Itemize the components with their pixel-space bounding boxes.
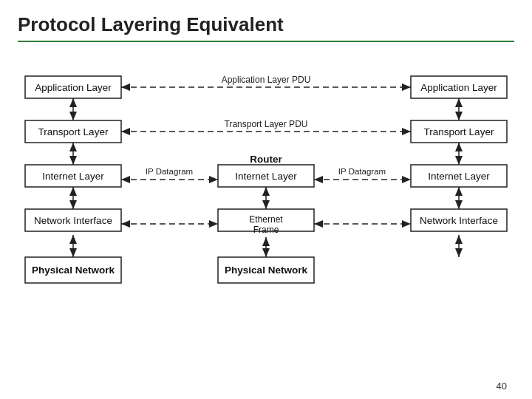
svg-marker-14 (455, 98, 463, 107)
svg-marker-6 (402, 83, 411, 91)
svg-marker-49 (262, 187, 270, 196)
svg-rect-77 (218, 257, 314, 283)
svg-text:IP Datagram: IP Datagram (338, 167, 386, 176)
svg-marker-38 (209, 176, 218, 183)
page-title: Protocol Layering Equivalent (18, 13, 514, 36)
svg-marker-24 (69, 156, 77, 165)
diagram: Application Layer Application Layer Appl… (18, 55, 514, 378)
svg-text:Transport Layer: Transport Layer (424, 126, 494, 137)
svg-text:Physical Network: Physical Network (225, 265, 307, 276)
svg-text:IP Datagram: IP Datagram (146, 167, 193, 176)
svg-rect-55 (218, 209, 314, 231)
svg-marker-68 (69, 235, 77, 244)
svg-marker-70 (262, 248, 270, 257)
svg-text:Transport Layer: Transport Layer (38, 126, 109, 137)
svg-rect-58 (411, 209, 507, 231)
svg-rect-17 (411, 120, 507, 143)
svg-marker-71 (262, 237, 270, 246)
svg-marker-74 (455, 235, 463, 244)
svg-marker-48 (262, 200, 270, 209)
svg-rect-34 (411, 165, 507, 187)
svg-rect-0 (25, 76, 121, 98)
svg-text:Network Interface: Network Interface (34, 215, 112, 226)
svg-text:Transport Layer PDU: Transport Layer PDU (225, 119, 308, 129)
svg-text:Application Layer: Application Layer (35, 82, 112, 93)
title-divider (18, 41, 514, 42)
svg-marker-5 (121, 83, 130, 91)
svg-marker-13 (455, 112, 463, 120)
svg-marker-46 (69, 187, 77, 196)
svg-marker-65 (402, 220, 411, 228)
svg-marker-64 (314, 220, 323, 228)
svg-text:Internet Layer: Internet Layer (428, 171, 490, 182)
svg-marker-67 (69, 248, 77, 257)
svg-marker-37 (121, 176, 130, 183)
svg-marker-20 (121, 128, 130, 135)
svg-text:Network Interface: Network Interface (420, 215, 498, 226)
svg-text:Application Layer: Application Layer (420, 82, 497, 93)
svg-marker-25 (69, 143, 77, 151)
page-number: 40 (18, 381, 514, 392)
svg-text:Router: Router (250, 154, 282, 165)
svg-marker-62 (209, 220, 218, 228)
svg-rect-75 (25, 257, 121, 283)
svg-marker-51 (455, 200, 463, 209)
svg-text:Physical Network: Physical Network (32, 265, 115, 276)
svg-marker-61 (121, 220, 130, 228)
svg-text:Ethernet: Ethernet (249, 214, 283, 225)
svg-marker-21 (402, 128, 411, 135)
svg-text:Frame: Frame (253, 225, 279, 235)
svg-text:Internet Layer: Internet Layer (235, 171, 297, 182)
svg-rect-53 (25, 209, 121, 231)
svg-rect-2 (411, 76, 507, 98)
svg-marker-73 (455, 248, 463, 257)
svg-marker-52 (455, 187, 463, 196)
svg-text:Internet Layer: Internet Layer (42, 171, 104, 182)
svg-marker-42 (402, 176, 411, 183)
svg-rect-15 (25, 120, 121, 143)
page: Protocol Layering Equivalent Application… (0, 0, 532, 399)
svg-marker-27 (455, 156, 463, 165)
diagram-svg: Application Layer Application Layer Appl… (18, 55, 514, 378)
svg-text:Application Layer PDU: Application Layer PDU (222, 75, 311, 85)
svg-rect-32 (218, 165, 314, 187)
svg-marker-41 (314, 176, 323, 183)
svg-rect-29 (25, 165, 121, 187)
svg-marker-11 (69, 98, 77, 107)
svg-marker-28 (455, 143, 463, 151)
svg-marker-45 (69, 200, 77, 209)
svg-marker-9 (69, 112, 77, 120)
